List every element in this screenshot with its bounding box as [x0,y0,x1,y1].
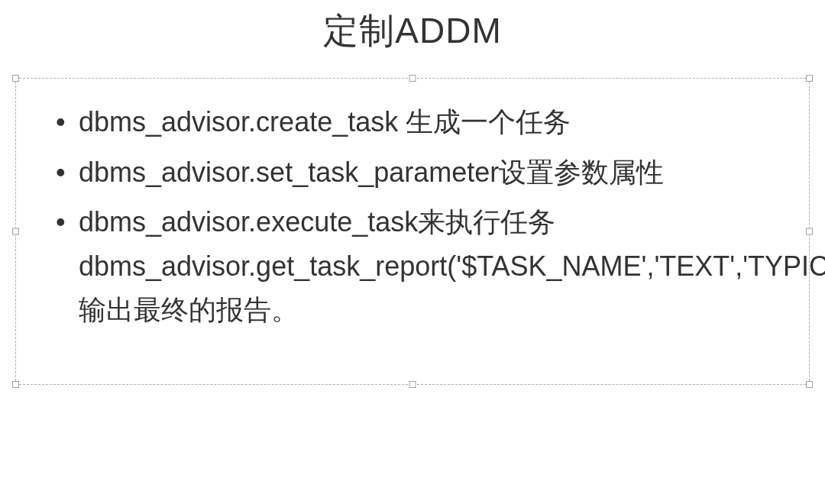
resize-handle-bottom-left[interactable] [12,381,19,388]
resize-handle-bottom-middle[interactable] [409,381,416,388]
bullet-item: dbms_advisor.create_task 生成一个任务 [47,100,778,144]
resize-handle-top-right[interactable] [806,75,813,82]
slide-container: 定制ADDM dbms_advisor.create_task 生成一个任务 d… [0,0,825,504]
resize-handle-bottom-right[interactable] [806,381,813,388]
resize-handle-middle-left[interactable] [12,228,19,234]
resize-handle-top-left[interactable] [12,75,19,82]
bullet-list: dbms_advisor.create_task 生成一个任务 dbms_adv… [47,100,778,332]
bullet-item: dbms_advisor.execute_task来执行任务dbms_advis… [47,200,778,332]
resize-handle-top-middle[interactable] [409,75,416,82]
content-text-box[interactable]: dbms_advisor.create_task 生成一个任务 dbms_adv… [15,78,810,385]
resize-handle-middle-right[interactable] [806,228,813,234]
slide-title: 定制ADDM [15,8,810,55]
bullet-item: dbms_advisor.set_task_parameter设置参数属性 [47,150,778,195]
